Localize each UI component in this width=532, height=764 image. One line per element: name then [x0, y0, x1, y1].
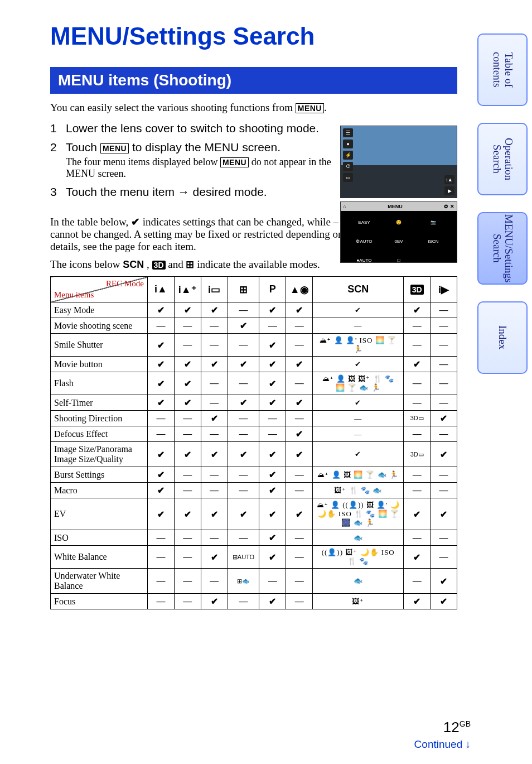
col-defocus-label: ▲◉: [290, 284, 309, 295]
illus-icon-flash: ⚡: [343, 151, 353, 160]
row-cell: —: [313, 426, 404, 442]
row-cell: —: [147, 318, 174, 334]
row-cell: —: [174, 594, 201, 609]
row-cell: —: [147, 594, 174, 609]
illus-menu-item-0: EASY: [349, 214, 380, 230]
row-cell: —: [404, 334, 431, 357]
row-cell: ✔: [147, 467, 174, 483]
row-name: ISO: [51, 530, 148, 546]
step-2-after: to display the MENU screen.: [132, 141, 280, 153]
section-heading: MENU items (Shooting): [50, 67, 457, 94]
row-cell: —: [286, 467, 313, 483]
table-row: White Balance——✔⊞AUTO✔—((👤)) 🖼⁺ 🌙✋ ISO 🍴…: [51, 546, 457, 569]
row-cell: —: [201, 318, 228, 334]
row-cell: ⛰⁺ 👤 🖼 🖼⁺ 🍴 🐾 🌅 🍸 🐟 🏃: [313, 372, 404, 395]
row-cell: ✔: [147, 302, 174, 318]
table-head: REC Mode Menu items i▲ i▲⁺ i▭ ⊞ P ▲◉ SCN…: [51, 277, 457, 302]
row-cell: ✔: [259, 498, 286, 530]
step-2-sub: The four menu items displayed below MENU…: [66, 156, 335, 180]
row-cell: —: [201, 395, 228, 411]
row-name: Focus: [51, 594, 148, 609]
illus-menu-item-5: iSCN: [418, 233, 449, 249]
row-cell: —: [147, 530, 174, 546]
table-row: Movie shooting scene———✔—————: [51, 318, 457, 334]
row-cell: —: [259, 569, 286, 594]
row-cell: ✔: [174, 442, 201, 467]
row-cell: ✔: [147, 357, 174, 372]
scn-label-inline: SCN: [123, 259, 144, 270]
row-cell: —: [147, 426, 174, 442]
col-3D-label: 3D: [410, 285, 424, 295]
row-cell: ⊞🐟: [228, 569, 259, 594]
3d-label-inline: 3D: [152, 261, 166, 270]
col-iA-label: i▲: [154, 284, 167, 295]
feature-table: REC Mode Menu items i▲ i▲⁺ i▭ ⊞ P ▲◉ SCN…: [50, 276, 457, 609]
table-intro-2-after: indicate the available modes.: [197, 258, 320, 270]
row-cell: —: [228, 372, 259, 395]
row-cell: ✔: [228, 357, 259, 372]
illus-left-icons: ☰ ● ⚡ ⏱ ▭: [343, 128, 353, 182]
side-tab-index[interactable]: Index: [477, 301, 528, 374]
row-cell: —: [286, 546, 313, 569]
row-cell: —: [174, 569, 201, 594]
row-cell: —: [201, 569, 228, 594]
row-cell: ✔: [431, 594, 457, 609]
row-cell: —: [174, 426, 201, 442]
illus-menu-grid: EASY 😊 📷 ⚙AUTO 0EV iSCN ●AUTO □: [341, 211, 457, 271]
row-cell: ✔: [201, 498, 228, 530]
row-cell: ✔: [201, 302, 228, 318]
illus-menu-item-2: 📷: [418, 214, 449, 230]
row-cell: ((👤)) 🖼⁺ 🌙✋ ISO 🍴 🐾: [313, 546, 404, 569]
continued-label: Continued ↓: [414, 738, 471, 751]
row-cell: —: [404, 318, 431, 334]
row-cell: —: [286, 483, 313, 498]
row-cell: ✔: [201, 594, 228, 609]
row-name: EV: [51, 498, 148, 530]
side-tab-toc[interactable]: Table of contents: [477, 33, 528, 106]
illus-right-icons: i▲ ▶: [444, 175, 454, 195]
side-tab-menu-settings[interactable]: MENU/Settings Search: [477, 212, 528, 285]
col-SCN-icon: SCN: [313, 277, 404, 302]
row-cell: 🖼⁺ 🍴 🐾 🐟: [313, 483, 404, 498]
row-name: Macro: [51, 483, 148, 498]
side-tab-operation[interactable]: Operation Search: [477, 123, 528, 195]
row-cell: —: [431, 395, 457, 411]
row-cell: —: [286, 411, 313, 426]
row-cell: ✔: [286, 426, 313, 442]
row-cell: —: [147, 569, 174, 594]
row-name: Defocus Effect: [51, 426, 148, 442]
intro-period: .: [324, 102, 327, 113]
col-iSweep-label: i▭: [208, 284, 220, 295]
table-row: Flash✔✔——✔—⛰⁺ 👤 🖼 🖼⁺ 🍴 🐾 🌅 🍸 🐟 🏃——: [51, 372, 457, 395]
row-cell: ✔: [313, 302, 404, 318]
row-cell: ✔: [286, 357, 313, 372]
table-intro-2-mid2: and: [168, 258, 186, 270]
illus-icon-burst: ▭: [343, 173, 353, 182]
row-cell: —: [147, 546, 174, 569]
row-cell: —: [201, 334, 228, 357]
table-row: Underwater White Balance———⊞🐟——🐟—✔: [51, 569, 457, 594]
row-cell: —: [431, 318, 457, 334]
row-cell: ✔: [147, 334, 174, 357]
row-cell: ✔: [174, 372, 201, 395]
col-iA-icon: i▲: [147, 277, 174, 302]
row-cell: ✔: [313, 442, 404, 467]
row-cell: ✔: [174, 302, 201, 318]
row-cell: ✔: [259, 302, 286, 318]
row-cell: ✔: [259, 483, 286, 498]
menu-glyph-sub: MENU: [220, 157, 249, 167]
row-cell: —: [228, 483, 259, 498]
row-cell: ✔: [228, 395, 259, 411]
table-body: Easy Mode✔✔✔—✔✔✔✔—Movie shooting scene——…: [51, 302, 457, 609]
row-name: Easy Mode: [51, 302, 148, 318]
table-row: Burst Settings✔———✔—⛰⁺ 👤 🖼 🌅 🍸 🐟 🏃——: [51, 467, 457, 483]
row-cell: ✔: [404, 357, 431, 372]
row-cell: —: [201, 483, 228, 498]
illus-icon-mode: i▲: [444, 175, 454, 184]
row-cell: ✔: [174, 395, 201, 411]
row-cell: —: [201, 372, 228, 395]
row-cell: —: [404, 395, 431, 411]
table-intro-2-mid1: ,: [147, 258, 152, 270]
row-cell: —: [404, 426, 431, 442]
row-cell: —: [228, 467, 259, 483]
